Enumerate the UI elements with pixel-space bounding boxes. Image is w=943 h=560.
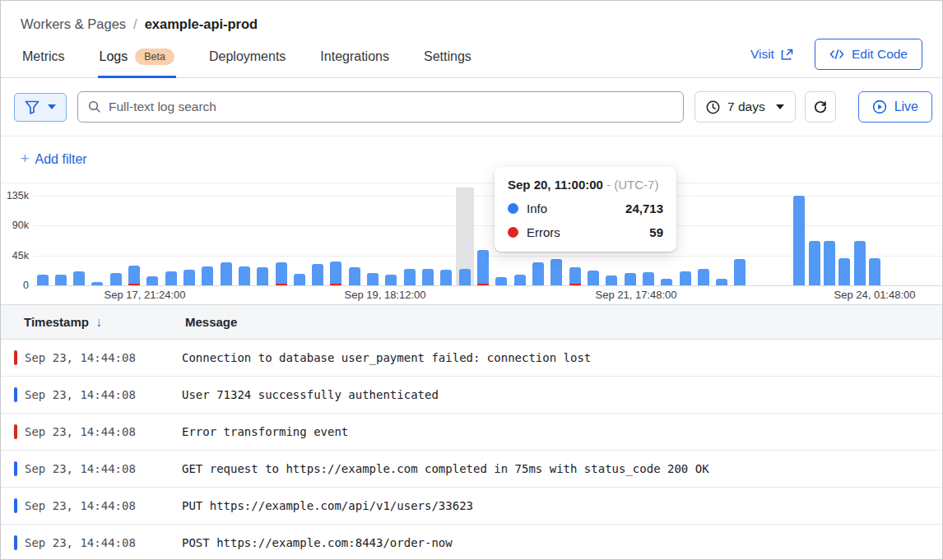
chart-bar[interactable] bbox=[91, 282, 103, 285]
code-icon bbox=[829, 49, 844, 60]
add-filter-button[interactable]: + Add filter bbox=[21, 150, 87, 168]
chart-bar[interactable] bbox=[202, 266, 213, 285]
chart-bar[interactable] bbox=[183, 270, 195, 285]
filter-funnel-icon bbox=[25, 100, 39, 114]
table-body: Sep 23, 14:44:08 Connection to database … bbox=[1, 340, 942, 560]
chart-bar[interactable] bbox=[625, 273, 636, 285]
tab-deployments[interactable]: Deployments bbox=[207, 37, 287, 78]
edit-code-button[interactable]: Edit Code bbox=[815, 39, 922, 70]
series-label: Info bbox=[527, 201, 547, 215]
log-message: Connection to database user_payment fail… bbox=[182, 351, 591, 364]
filter-toolbar: 7 days Live bbox=[1, 78, 942, 137]
log-row[interactable]: Sep 23, 14:44:08 PUT https://example.com… bbox=[1, 488, 942, 525]
chart-bar[interactable] bbox=[532, 262, 544, 285]
chart-bar[interactable] bbox=[716, 279, 727, 285]
chart-bar[interactable] bbox=[404, 269, 416, 285]
visit-link[interactable]: Visit bbox=[750, 47, 793, 62]
chart-bar[interactable] bbox=[367, 273, 379, 285]
chart-bar[interactable] bbox=[239, 266, 250, 285]
column-header-message: Message bbox=[185, 315, 237, 329]
chart-bar[interactable] bbox=[349, 267, 360, 285]
log-row[interactable]: Sep 23, 14:44:08 Error transforming even… bbox=[1, 414, 942, 451]
chart-bar[interactable] bbox=[422, 269, 434, 285]
log-row[interactable]: Sep 23, 14:44:08 POST https://example.co… bbox=[1, 525, 942, 560]
refresh-button[interactable] bbox=[805, 91, 836, 123]
chart-bar[interactable] bbox=[385, 275, 397, 285]
log-message: POST https://example.com:8443/order-now bbox=[182, 536, 453, 549]
chart-bar[interactable] bbox=[330, 261, 341, 285]
x-axis-tick: Sep 17, 21:24:00 bbox=[104, 289, 185, 301]
log-row[interactable]: Sep 23, 14:44:08 User 71324 successfully… bbox=[1, 377, 942, 414]
tab-logs[interactable]: LogsBeta bbox=[98, 37, 176, 78]
error-segment bbox=[128, 284, 140, 285]
breadcrumb-parent[interactable]: Workers & Pages bbox=[21, 16, 126, 32]
chart-bar[interactable] bbox=[73, 271, 85, 285]
tooltip-time: Sep 20, 11:00:00 bbox=[508, 178, 603, 192]
workers-logs-page: Workers & Pages / example-api-prod Metri… bbox=[0, 0, 943, 560]
chart-bar[interactable] bbox=[838, 258, 850, 285]
chart-bar[interactable] bbox=[459, 269, 471, 285]
column-header-timestamp[interactable]: Timestamp ↓ bbox=[1, 315, 185, 330]
tab-integrations[interactable]: Integrations bbox=[318, 37, 391, 78]
chart-bar[interactable] bbox=[661, 279, 672, 285]
chart-bar[interactable] bbox=[514, 275, 526, 285]
chart-plot[interactable] bbox=[1, 183, 942, 304]
log-table: Timestamp ↓ Message Sep 23, 14:44:08 Con… bbox=[1, 304, 942, 560]
tab-label: Deployments bbox=[209, 49, 286, 64]
tab-list: MetricsLogsBetaDeploymentsIntegrationsSe… bbox=[21, 37, 473, 77]
add-filter-row: + Add filter bbox=[1, 137, 942, 183]
filter-menu-button[interactable] bbox=[14, 93, 67, 122]
chart-bar[interactable] bbox=[824, 241, 835, 285]
chart-bar[interactable] bbox=[854, 241, 866, 285]
chart-bar[interactable] bbox=[128, 266, 140, 285]
chart-bar[interactable] bbox=[37, 275, 49, 285]
chart-bar[interactable] bbox=[294, 274, 305, 285]
chart-bar[interactable] bbox=[495, 277, 507, 285]
chart-bar[interactable] bbox=[698, 269, 709, 285]
tab-bar: MetricsLogsBetaDeploymentsIntegrationsSe… bbox=[1, 37, 942, 78]
search-input[interactable] bbox=[109, 100, 673, 114]
chart-bar[interactable] bbox=[477, 250, 489, 285]
log-message: GET request to https://example.com compl… bbox=[182, 462, 709, 475]
log-row[interactable]: Sep 23, 14:44:08 GET request to https://… bbox=[1, 451, 942, 488]
x-axis-tick: Sep 19, 18:12:00 bbox=[344, 289, 425, 301]
chart-bar[interactable] bbox=[146, 276, 158, 285]
error-segment bbox=[330, 284, 341, 285]
log-timestamp: Sep 23, 14:44:08 bbox=[17, 351, 182, 364]
chart-bar[interactable] bbox=[643, 272, 654, 285]
chart-bar[interactable] bbox=[809, 241, 820, 285]
edit-code-label: Edit Code bbox=[852, 47, 908, 62]
time-range-value: 7 days bbox=[727, 100, 765, 114]
chart-tooltip: Sep 20, 11:00:00 - (UTC-7) Info24,713Err… bbox=[495, 167, 676, 252]
time-range-select[interactable]: 7 days bbox=[694, 91, 796, 123]
chart-bar[interactable] bbox=[257, 267, 268, 285]
sort-descending-icon[interactable]: ↓ bbox=[95, 315, 102, 330]
chart-bar[interactable] bbox=[312, 264, 323, 285]
play-circle-icon bbox=[872, 100, 887, 114]
chart-bar[interactable] bbox=[606, 275, 617, 285]
series-value: 24,713 bbox=[625, 201, 663, 215]
breadcrumb-separator: / bbox=[133, 16, 137, 32]
tooltip-series-row: Errors59 bbox=[508, 225, 663, 239]
chart-bar[interactable] bbox=[55, 275, 67, 285]
live-button[interactable]: Live bbox=[858, 91, 932, 123]
chart-bar[interactable] bbox=[569, 267, 581, 285]
chart-bar[interactable] bbox=[440, 270, 452, 285]
log-row[interactable]: Sep 23, 14:44:08 Connection to database … bbox=[1, 340, 942, 377]
chart-bar[interactable] bbox=[276, 262, 287, 285]
chart-bar[interactable] bbox=[734, 259, 746, 285]
chart-bar[interactable] bbox=[588, 271, 599, 285]
log-timestamp: Sep 23, 14:44:08 bbox=[17, 536, 182, 549]
tab-settings[interactable]: Settings bbox=[422, 37, 473, 78]
visit-label: Visit bbox=[750, 47, 774, 62]
chart-bar[interactable] bbox=[550, 259, 562, 285]
chart-bar[interactable] bbox=[793, 196, 805, 285]
chart-bar[interactable] bbox=[680, 271, 691, 285]
external-link-icon bbox=[781, 49, 793, 61]
chart-bar[interactable] bbox=[110, 273, 122, 285]
chart-bar[interactable] bbox=[165, 271, 177, 285]
chart-bar[interactable] bbox=[869, 258, 880, 285]
chart-bar[interactable] bbox=[221, 262, 232, 285]
tab-label: Settings bbox=[424, 49, 472, 64]
tab-metrics[interactable]: Metrics bbox=[21, 37, 67, 78]
